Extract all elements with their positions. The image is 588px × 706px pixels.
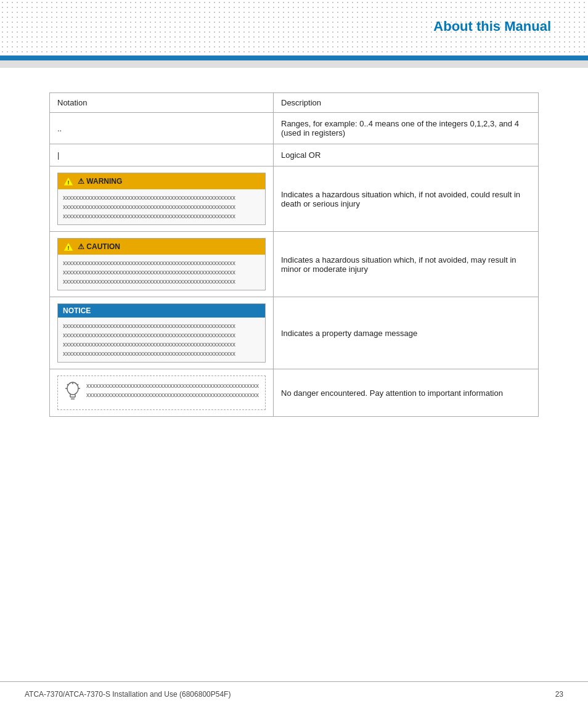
svg-text:!: ! — [68, 179, 70, 186]
caution-header: ! ⚠ CAUTION — [58, 239, 265, 255]
notice-body: xxxxxxxxxxxxxxxxxxxxxxxxxxxxxxxxxxxxxxxx… — [58, 318, 265, 362]
description-dots: Ranges, for example: 0..4 means one of t… — [274, 113, 539, 144]
warning-icon: ! — [63, 176, 74, 187]
table-row-notice: NOTICE xxxxxxxxxxxxxxxxxxxxxxxxxxxxxxxxx… — [50, 297, 539, 369]
notation-notice: NOTICE xxxxxxxxxxxxxxxxxxxxxxxxxxxxxxxxx… — [50, 297, 274, 369]
notation-warning: ! ⚠ WARNING xxxxxxxxxxxxxxxxxxxxxxxxxxxx… — [50, 166, 274, 232]
caution-label: ⚠ CAUTION — [78, 242, 120, 251]
table-row-caution: ! ⚠ CAUTION xxxxxxxxxxxxxxxxxxxxxxxxxxxx… — [50, 232, 539, 297]
table-row-warning: ! ⚠ WARNING xxxxxxxxxxxxxxxxxxxxxxxxxxxx… — [50, 166, 539, 232]
warning-box: ! ⚠ WARNING xxxxxxxxxxxxxxxxxxxxxxxxxxxx… — [57, 173, 266, 225]
notation-caution: ! ⚠ CAUTION xxxxxxxxxxxxxxxxxxxxxxxxxxxx… — [50, 232, 274, 297]
notation-table: Notation Description .. Ranges, for exam… — [49, 92, 539, 417]
notice-box: NOTICE xxxxxxxxxxxxxxxxxxxxxxxxxxxxxxxxx… — [57, 303, 266, 363]
page-header: About this Manual — [0, 0, 588, 68]
caution-icon: ! — [63, 241, 74, 252]
table-row: .. Ranges, for example: 0..4 means one o… — [50, 113, 539, 144]
description-tip: No danger encountered. Pay attention to … — [274, 369, 539, 417]
warning-body: xxxxxxxxxxxxxxxxxxxxxxxxxxxxxxxxxxxxxxxx… — [58, 189, 265, 224]
caution-box: ! ⚠ CAUTION xxxxxxxxxxxxxxxxxxxxxxxxxxxx… — [57, 238, 266, 290]
main-content: Notation Description .. Ranges, for exam… — [0, 68, 588, 441]
svg-text:!: ! — [68, 245, 70, 251]
lightbulb-icon — [64, 381, 81, 404]
warning-label: ⚠ WARNING — [78, 177, 122, 186]
notice-label: NOTICE — [63, 306, 91, 315]
notation-dots: .. — [50, 113, 274, 144]
col-header-description: Description — [274, 93, 539, 113]
notation-pipe: | — [50, 144, 274, 166]
footer-left-text: ATCA-7370/ATCA-7370-S Installation and U… — [25, 690, 231, 699]
header-gray-bar — [0, 60, 588, 68]
description-caution: Indicates a hazardous situation which, i… — [274, 232, 539, 297]
description-notice: Indicates a property damage message — [274, 297, 539, 369]
table-row-tip: xxxxxxxxxxxxxxxxxxxxxxxxxxxxxxxxxxxxxxxx… — [50, 369, 539, 417]
page-footer: ATCA-7370/ATCA-7370-S Installation and U… — [0, 681, 588, 706]
description-warning: Indicates a hazardous situation which, i… — [274, 166, 539, 232]
col-header-notation: Notation — [50, 93, 274, 113]
description-pipe: Logical OR — [274, 144, 539, 166]
caution-body: xxxxxxxxxxxxxxxxxxxxxxxxxxxxxxxxxxxxxxxx… — [58, 255, 265, 290]
tip-box: xxxxxxxxxxxxxxxxxxxxxxxxxxxxxxxxxxxxxxxx… — [57, 376, 266, 410]
header-blue-bar — [0, 55, 588, 60]
footer-page-number: 23 — [555, 690, 563, 699]
warning-header: ! ⚠ WARNING — [58, 173, 265, 189]
table-row: | Logical OR — [50, 144, 539, 166]
tip-body: xxxxxxxxxxxxxxxxxxxxxxxxxxxxxxxxxxxxxxxx… — [86, 381, 259, 400]
notice-header: NOTICE — [58, 304, 265, 318]
page-title: About this Manual — [433, 18, 551, 35]
notation-tip: xxxxxxxxxxxxxxxxxxxxxxxxxxxxxxxxxxxxxxxx… — [50, 369, 274, 417]
